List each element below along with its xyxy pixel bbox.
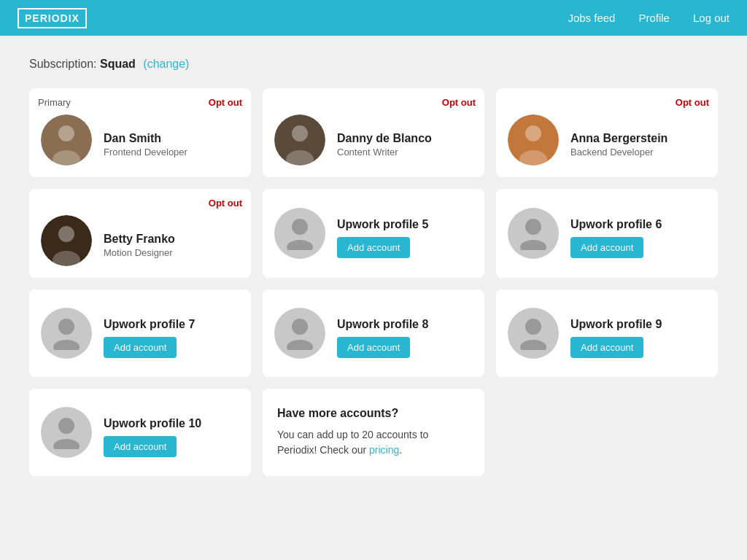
card-info: Upwork profile 7Add account xyxy=(104,318,195,358)
svg-point-19 xyxy=(287,340,313,350)
profile-name: Upwork profile 5 xyxy=(337,218,428,231)
avatar xyxy=(508,114,559,166)
logo: PERIODIX xyxy=(18,8,87,28)
subscription-plan: Squad xyxy=(100,58,136,70)
profile-role: Motion Designer xyxy=(104,247,175,258)
svg-point-17 xyxy=(53,340,80,350)
card-info: Dan SmithFrontend Developer xyxy=(104,132,187,158)
svg-point-13 xyxy=(287,240,313,250)
header: PERIODIX Jobs feed Profile Log out xyxy=(0,0,747,36)
profile-name: Upwork profile 10 xyxy=(104,417,201,430)
add-account-button[interactable]: Add account xyxy=(337,237,410,258)
avatar xyxy=(274,114,325,166)
svg-point-21 xyxy=(520,340,546,350)
card-info: Upwork profile 9Add account xyxy=(570,318,662,358)
avatar-placeholder xyxy=(41,407,92,458)
profile-name: Upwork profile 7 xyxy=(104,318,195,331)
card-body: Danny de BlancoContent Writer xyxy=(274,114,432,166)
card-upwork-7: Upwork profile 7Add account xyxy=(29,289,251,377)
svg-point-12 xyxy=(292,219,308,235)
add-account-button[interactable]: Add account xyxy=(570,337,643,358)
card-dan-smith: PrimaryOpt out Dan SmithFrontend Develop… xyxy=(29,88,251,177)
nav-logout[interactable]: Log out xyxy=(693,12,729,24)
card-info: Upwork profile 10Add account xyxy=(104,417,201,457)
avatar-placeholder xyxy=(508,208,559,259)
svg-point-10 xyxy=(58,226,74,242)
profile-name: Upwork profile 8 xyxy=(337,318,428,331)
svg-point-23 xyxy=(53,439,80,449)
svg-point-4 xyxy=(292,125,308,141)
subscription-label: Subscription: xyxy=(29,58,97,70)
svg-point-15 xyxy=(520,240,546,250)
profile-role: Frontend Developer xyxy=(104,147,187,158)
subscription-change-link[interactable]: (change) xyxy=(143,58,189,70)
svg-point-18 xyxy=(292,319,308,335)
card-info: Upwork profile 6Add account xyxy=(570,218,662,258)
add-account-button[interactable]: Add account xyxy=(570,237,643,258)
svg-point-20 xyxy=(525,319,541,335)
accounts-grid: PrimaryOpt out Dan SmithFrontend Develop… xyxy=(29,88,718,476)
card-labels: Opt out xyxy=(38,198,242,209)
card-labels: Opt out xyxy=(271,97,476,108)
pricing-link[interactable]: pricing xyxy=(369,444,399,456)
card-info: Danny de BlancoContent Writer xyxy=(337,132,432,158)
nav-profile[interactable]: Profile xyxy=(638,12,670,24)
profile-name: Upwork profile 9 xyxy=(570,318,662,331)
card-upwork-5: Upwork profile 5Add account xyxy=(263,189,484,278)
nav: Jobs feed Profile Log out xyxy=(568,12,729,24)
profile-role: Content Writer xyxy=(337,147,432,158)
card-labels: PrimaryOpt out xyxy=(38,97,242,108)
main-content: Subscription: Squad (change) PrimaryOpt … xyxy=(0,36,747,498)
card-anna-bergerstein: Opt out Anna BergersteinBackend Develope… xyxy=(496,88,718,177)
info-card: Have more accounts?You can add up to 20 … xyxy=(263,389,484,476)
avatar xyxy=(41,114,92,166)
card-upwork-9: Upwork profile 9Add account xyxy=(496,289,718,377)
card-body: Betty FrankoMotion Designer xyxy=(41,215,175,266)
svg-point-22 xyxy=(58,418,74,434)
card-upwork-10: Upwork profile 10Add account xyxy=(29,389,251,476)
opt-out-label[interactable]: Opt out xyxy=(209,97,242,108)
svg-point-1 xyxy=(58,125,74,141)
add-account-button[interactable]: Add account xyxy=(104,337,177,358)
nav-jobs-feed[interactable]: Jobs feed xyxy=(568,12,615,24)
card-labels: Opt out xyxy=(505,97,709,108)
card-body: Anna BergersteinBackend Developer xyxy=(508,114,667,166)
info-card-description: You can add up to 20 accounts to Periodi… xyxy=(277,427,470,458)
avatar-placeholder xyxy=(274,308,325,359)
svg-point-16 xyxy=(58,319,74,335)
card-info: Betty FrankoMotion Designer xyxy=(104,233,175,258)
opt-out-label[interactable]: Opt out xyxy=(676,97,709,108)
avatar-placeholder xyxy=(508,308,559,359)
profile-name: Anna Bergerstein xyxy=(570,132,667,145)
opt-out-label[interactable]: Opt out xyxy=(442,97,476,108)
card-info: Upwork profile 8Add account xyxy=(337,318,428,358)
profile-role: Backend Developer xyxy=(570,147,667,158)
avatar-placeholder xyxy=(41,308,92,359)
add-account-button[interactable]: Add account xyxy=(337,337,410,358)
avatar-placeholder xyxy=(274,208,325,259)
card-info: Anna BergersteinBackend Developer xyxy=(570,132,667,158)
card-body: Dan SmithFrontend Developer xyxy=(41,114,187,166)
add-account-button[interactable]: Add account xyxy=(104,436,177,457)
profile-name: Dan Smith xyxy=(104,132,187,145)
card-upwork-6: Upwork profile 6Add account xyxy=(496,189,718,278)
info-card-title: Have more accounts? xyxy=(277,407,470,420)
subscription-bar: Subscription: Squad (change) xyxy=(29,58,718,71)
svg-point-14 xyxy=(525,219,541,235)
card-info: Upwork profile 5Add account xyxy=(337,218,428,258)
profile-name: Danny de Blanco xyxy=(337,132,432,145)
card-betty-franko: Opt out Betty FrankoMotion Designer xyxy=(29,189,251,278)
opt-out-label[interactable]: Opt out xyxy=(209,198,242,209)
card-upwork-8: Upwork profile 8Add account xyxy=(263,289,484,377)
svg-point-7 xyxy=(525,125,541,141)
profile-name: Upwork profile 6 xyxy=(570,218,662,231)
avatar xyxy=(41,215,92,266)
profile-name: Betty Franko xyxy=(104,233,175,246)
card-danny-de-blanco: Opt out Danny de BlancoContent Writer xyxy=(263,88,484,177)
primary-label: Primary xyxy=(38,97,71,108)
